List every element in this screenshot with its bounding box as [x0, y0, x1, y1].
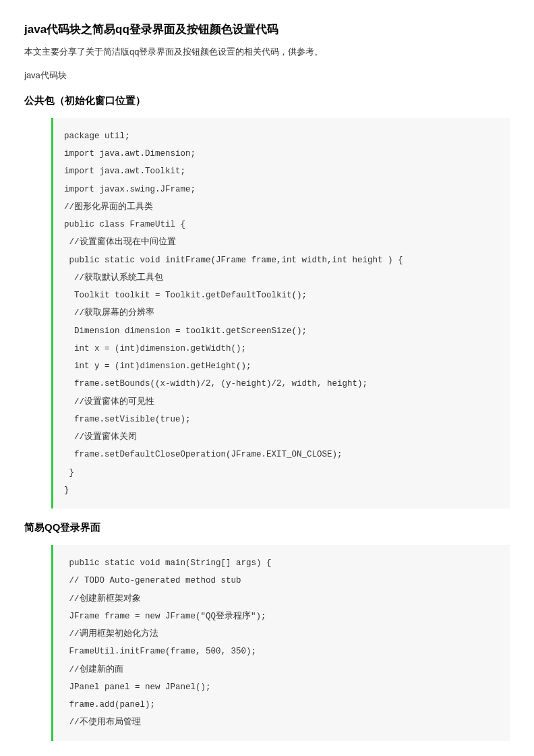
section1-heading: 公共包（初始化窗口位置） [24, 92, 510, 109]
code-block-1-wrap: package util; import java.awt.Dimension;… [51, 118, 510, 508]
intro-text: 本文主要分享了关于简洁版qq登录界面及按钮颜色设置的相关代码，供参考。 [24, 45, 510, 59]
label-text: java代码块 [24, 69, 510, 83]
page-title: java代码块之简易qq登录界面及按钮颜色设置代码 [24, 20, 510, 38]
code-block-2: public static void main(String[] args) {… [51, 545, 510, 741]
section2-heading: 简易QQ登录界面 [24, 519, 510, 535]
code-block-2-wrap: public static void main(String[] args) {… [51, 545, 510, 741]
code-block-1: package util; import java.awt.Dimension;… [51, 118, 510, 508]
